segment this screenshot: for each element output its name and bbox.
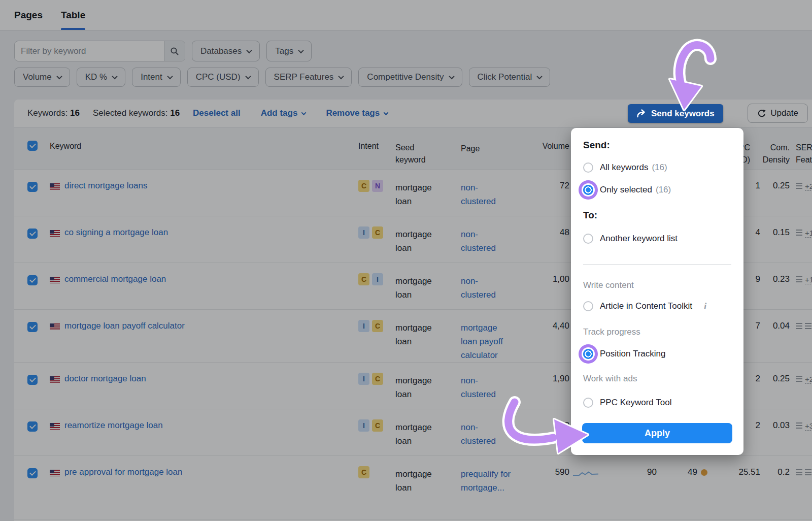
radio-ppc-keyword-tool[interactable]: [583, 398, 593, 408]
option-position-tracking-label: Position Tracking: [600, 349, 665, 359]
option-ppc-keyword-tool[interactable]: PPC Keyword Tool: [582, 392, 732, 414]
radio-article-content-toolkit[interactable]: [583, 301, 593, 311]
write-content-label: Write content: [583, 280, 732, 291]
radio-another-keyword-list[interactable]: [583, 234, 593, 244]
keyword-strategy-builder-screen: { "tabs": { "pages": "Pages", "table": "…: [0, 0, 812, 521]
option-another-keyword-list-label: Another keyword list: [600, 234, 678, 244]
purple-highlight-circle: [583, 185, 593, 195]
work-with-ads-label: Work with ads: [583, 373, 732, 384]
radio-all-keywords[interactable]: [583, 162, 593, 173]
send-keywords-button[interactable]: Send keywords: [628, 104, 723, 123]
popup-divider: [583, 264, 731, 265]
option-article-label: Article in Content Toolkit: [600, 301, 692, 311]
info-icon[interactable]: i: [704, 301, 706, 312]
option-all-keywords[interactable]: All keywords (16): [582, 156, 732, 179]
apply-button[interactable]: Apply: [582, 423, 732, 443]
radio-position-tracking[interactable]: [583, 349, 593, 359]
purple-highlight-circle: [583, 349, 593, 359]
option-only-selected-label: Only selected: [600, 185, 652, 195]
option-only-selected-count: (16): [656, 185, 671, 195]
send-keywords-popup: Send: All keywords (16) Only selected (1…: [571, 128, 743, 455]
radio-only-selected[interactable]: [583, 185, 593, 195]
option-ppc-label: PPC Keyword Tool: [600, 398, 671, 408]
send-arrow-icon: [636, 109, 647, 118]
popup-send-heading: Send:: [583, 139, 732, 151]
track-progress-label: Track progress: [583, 327, 732, 338]
option-article-content-toolkit[interactable]: Article in Content Toolkit i: [582, 295, 732, 317]
send-keywords-label: Send keywords: [651, 109, 715, 119]
popup-to-heading: To:: [583, 209, 732, 221]
option-all-keywords-count: (16): [652, 162, 667, 173]
option-all-keywords-label: All keywords: [600, 162, 648, 173]
option-another-keyword-list[interactable]: Another keyword list: [582, 227, 732, 250]
option-only-selected[interactable]: Only selected (16): [582, 179, 732, 201]
option-position-tracking[interactable]: Position Tracking: [582, 343, 732, 365]
